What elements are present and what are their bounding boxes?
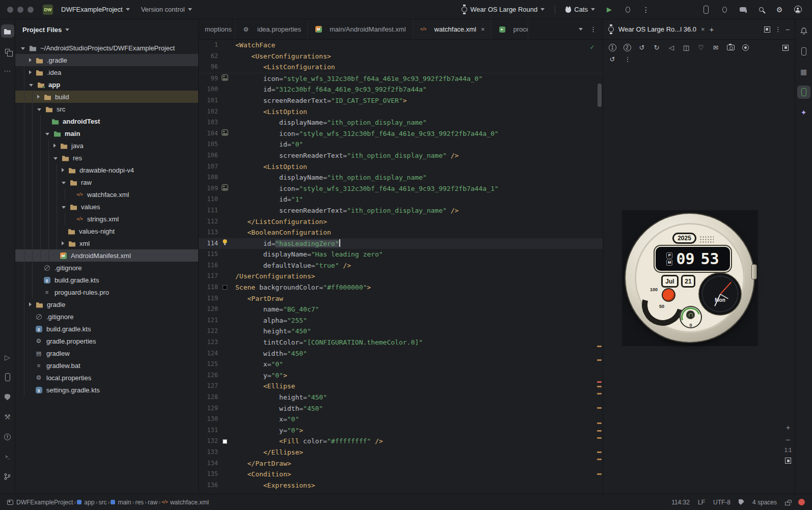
chevron-down-icon[interactable]	[37, 108, 41, 111]
line-number[interactable]: 100	[199, 84, 218, 95]
code-text[interactable]: <PartDraw	[235, 293, 283, 304]
line-number[interactable]: 113	[199, 227, 218, 238]
code-text[interactable]: name="BG_40c7"	[235, 304, 319, 315]
run-configuration-selector[interactable]: Cats	[562, 4, 598, 15]
code-text[interactable]: <UserConfigurations>	[235, 51, 331, 62]
code-line-113[interactable]: 113 <BooleanConfiguration	[199, 227, 603, 238]
button-2-button[interactable]: 2	[623, 44, 631, 51]
line-number[interactable]: 104	[199, 128, 218, 139]
tab-idea-properties[interactable]: ⚙idea.properties	[235, 19, 308, 39]
code-line-130[interactable]: 130 x="0"	[199, 414, 603, 425]
code-text[interactable]: id="0"	[235, 139, 303, 150]
breadcrumb-item-dwfexampleproject[interactable]: DWFExampleProject	[16, 499, 73, 506]
maximize-window-button[interactable]	[28, 7, 34, 13]
fit-screenshot-icon[interactable]	[785, 458, 791, 464]
code-text[interactable]: <ListConfiguration	[235, 62, 335, 73]
code-line-119[interactable]: 119 <PartDraw	[199, 293, 603, 304]
drawable-preview-icon[interactable]	[222, 183, 228, 194]
line-number[interactable]: 123	[199, 337, 218, 348]
line-number[interactable]: 1	[199, 40, 218, 51]
code-text[interactable]: <BooleanConfiguration	[235, 227, 331, 238]
code-text[interactable]: </Ellipse>	[235, 447, 303, 458]
code-text[interactable]: screenReaderText="ID_CAT_STEP_OVER">	[235, 95, 407, 106]
chevron-down-icon[interactable]	[65, 29, 69, 31]
line-number[interactable]: 130	[199, 414, 218, 425]
code-line-133[interactable]: 133 </Ellipse>	[199, 447, 603, 458]
code-text[interactable]: <Expressions>	[235, 480, 315, 491]
tree-item-build-gradle-kts[interactable]: gbuild.gradle.kts	[15, 274, 198, 286]
code-line-136[interactable]: 136 <Expressions>	[199, 480, 603, 491]
code-line-114[interactable]: 114 id="hasLeadingZero"	[199, 238, 603, 249]
line-number[interactable]: 110	[199, 194, 218, 205]
vcs-menu[interactable]: Version control	[138, 4, 195, 15]
tree-item-src[interactable]: src	[15, 103, 198, 115]
line-number[interactable]: 127	[199, 381, 218, 392]
tree-item-idea[interactable]: .idea	[15, 66, 198, 78]
code-text[interactable]: displayName="ith_option_display_name"	[235, 172, 427, 183]
tag-icon[interactable]	[739, 499, 744, 505]
unlock-icon[interactable]	[785, 502, 790, 505]
code-text[interactable]: height="450"	[235, 392, 327, 403]
chevron-right-icon[interactable]	[53, 144, 56, 148]
code-line-116[interactable]: 116 defaultValue="true" />	[199, 260, 603, 271]
change-stripe-mark[interactable]	[597, 386, 602, 387]
line-number[interactable]: 135	[199, 469, 218, 480]
line-number[interactable]: 107	[199, 161, 218, 173]
build-tool-button[interactable]: ⚒	[1, 410, 14, 423]
tab-main-androidmanifest-xml[interactable]: Mmain/AndroidManifest.xml	[308, 19, 413, 39]
code-text[interactable]: width="450"	[235, 348, 307, 359]
tree-item-gitignore[interactable]: .gitignore	[15, 310, 198, 323]
code-text[interactable]: <ListOption	[235, 161, 307, 173]
tree-item-androidtest[interactable]: androidTest	[15, 115, 198, 127]
line-number[interactable]: 129	[199, 403, 218, 414]
device-screen[interactable]: 2025 P M 09 53 Jul 21	[622, 210, 758, 346]
tree-item-gradlew[interactable]: ▤gradlew	[15, 347, 198, 359]
tree-item-settings-gradle-kts[interactable]: gsettings.gradle.kts	[15, 384, 198, 396]
device-manager-tool-button[interactable]	[1, 371, 14, 384]
line-number[interactable]: 121	[199, 315, 218, 326]
app-insights-tool-button[interactable]	[1, 390, 14, 404]
profiler-button[interactable]	[717, 3, 732, 17]
problems-tool-button[interactable]: !	[1, 430, 14, 443]
code-line-131[interactable]: 131 y="0">	[199, 425, 603, 436]
code-text[interactable]: Scene backgroundColor="#ff000000">	[235, 282, 371, 293]
code-text[interactable]: icon="style_wfs_312c30bf_f64a_461e_9c93_…	[235, 73, 482, 84]
code-line-126[interactable]: 126 y="0">	[199, 370, 603, 381]
chevron-right-icon[interactable]	[62, 241, 64, 245]
line-number[interactable]: 103	[199, 117, 218, 128]
code-line-122[interactable]: 122 height="450"	[199, 326, 603, 337]
close-window-button[interactable]	[7, 7, 13, 13]
editor-scrollbar[interactable]	[598, 83, 602, 107]
new-device-tab-button[interactable]: +	[710, 25, 714, 34]
code-line-1[interactable]: 1<WatchFace	[199, 40, 603, 51]
line-number[interactable]: 131	[199, 425, 218, 436]
code-text[interactable]: y="0">	[235, 425, 303, 436]
breadcrumb-item-app[interactable]: app	[77, 499, 94, 506]
code-line-124[interactable]: 124 width="450"	[199, 348, 603, 359]
change-stripe-mark[interactable]	[597, 393, 602, 394]
button-1-button[interactable]: 1	[608, 44, 616, 51]
zoom-in-button[interactable]: +	[786, 424, 790, 431]
code-text[interactable]: x="0"	[235, 414, 299, 425]
chevron-right-icon[interactable]	[29, 58, 32, 62]
code-text[interactable]: <ListOption	[235, 106, 307, 118]
rotate-ccw-button[interactable]: ↺	[638, 44, 646, 51]
debug-button[interactable]	[620, 3, 635, 17]
code-text[interactable]: displayName="Has leading zero"	[235, 249, 383, 260]
device-mirroring-button[interactable]	[699, 3, 713, 17]
fit-button[interactable]	[781, 45, 790, 51]
breadcrumb-item-res[interactable]: res	[135, 499, 144, 506]
line-number[interactable]: 132	[199, 436, 218, 447]
tree-item-values[interactable]: values	[15, 201, 198, 213]
code-line-125[interactable]: 125 x="0"	[199, 359, 603, 370]
tree-item-androidmanifest-xml[interactable]: MAndroidManifest.xml	[15, 249, 198, 262]
line-number[interactable]: 108	[199, 172, 218, 183]
line-number[interactable]: 119	[199, 293, 218, 304]
camera-button[interactable]	[726, 45, 735, 50]
tree-item-res[interactable]: res	[15, 152, 198, 164]
tree-item-gradle[interactable]: gradle	[15, 298, 198, 310]
code-line-129[interactable]: 129 width="450"	[199, 403, 603, 414]
structure-tool-button[interactable]	[1, 44, 14, 58]
color-preview-icon[interactable]	[223, 439, 227, 444]
minimize-window-button[interactable]	[17, 7, 23, 13]
